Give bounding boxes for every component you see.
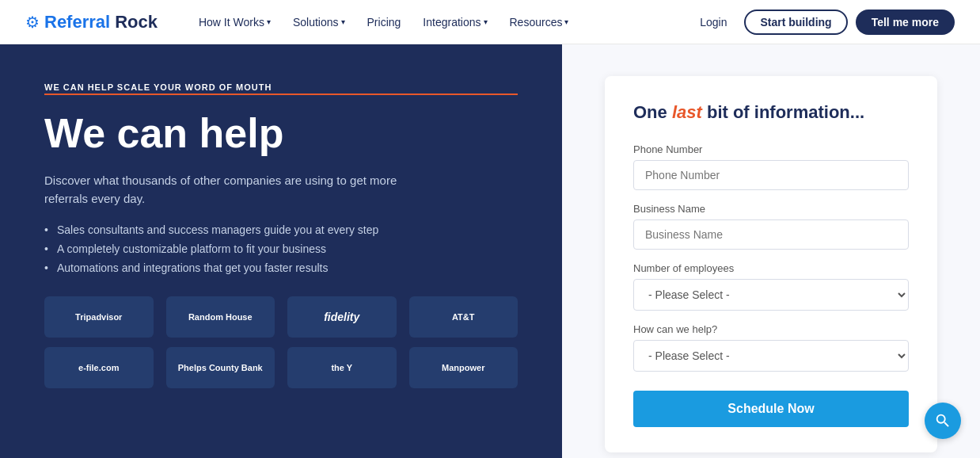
logos-grid: Tripadvisor Random House fidelity AT&T e… [44, 296, 518, 388]
logo-fidelity: fidelity [287, 296, 397, 338]
employees-label: Number of employees [633, 262, 909, 274]
nav-how-it-works[interactable]: How It Works ▾ [189, 10, 280, 35]
nav-solutions[interactable]: Solutions ▾ [283, 10, 355, 35]
overline-text: WE CAN HELP SCALE YOUR WORD OF MOUTH [44, 82, 518, 95]
phone-group: Phone Number [633, 143, 909, 190]
help-select[interactable]: - Please Select - Referral Program Affil… [633, 340, 909, 372]
left-panel: WE CAN HELP SCALE YOUR WORD OF MOUTH We … [0, 44, 562, 458]
phone-input[interactable] [633, 160, 909, 190]
help-label: How can we help? [633, 323, 909, 335]
logo-icon: ⚙ [25, 13, 40, 32]
logo-manpower: Manpower [409, 347, 518, 388]
bullet-item: A completely customizable platform to fi… [44, 242, 518, 255]
logo-att: AT&T [409, 296, 518, 338]
logo-pcb: Phelps County Bank [166, 347, 275, 388]
right-panel: One last bit of information... Phone Num… [562, 44, 980, 458]
hero-desc: Discover what thousands of other compani… [44, 172, 440, 208]
bullet-item: Automations and integrations that get yo… [44, 261, 518, 274]
bullet-list: Sales consultants and success managers g… [44, 223, 518, 274]
search-icon [934, 412, 952, 429]
hero-title: We can help [44, 111, 518, 156]
tell-me-more-button[interactable]: Tell me more [856, 10, 955, 35]
phone-label: Phone Number [633, 143, 909, 155]
logo-efile: e-file.com [44, 347, 154, 388]
logo-rock: Rock [115, 12, 158, 32]
chevron-down-icon: ▾ [341, 17, 345, 26]
form-heading: One last bit of information... [633, 101, 909, 124]
business-label: Business Name [633, 203, 909, 215]
chevron-down-icon: ▾ [564, 17, 568, 26]
employees-group: Number of employees - Please Select - 1-… [633, 262, 909, 311]
login-button[interactable]: Login [690, 11, 736, 33]
help-group: How can we help? - Please Select - Refer… [633, 323, 909, 372]
schedule-button[interactable]: Schedule Now [633, 391, 909, 427]
form-card: One last bit of information... Phone Num… [605, 76, 937, 452]
bullet-item: Sales consultants and success managers g… [44, 223, 518, 236]
business-input[interactable] [633, 219, 909, 250]
chevron-down-icon: ▾ [267, 17, 271, 26]
nav-actions: Login Start building Tell me more [690, 10, 955, 35]
navbar: ⚙ ReferralRock How It Works ▾ Solutions … [0, 0, 980, 44]
nav-resources[interactable]: Resources ▾ [500, 10, 579, 35]
start-building-button[interactable]: Start building [744, 10, 847, 35]
nav-integrations[interactable]: Integrations ▾ [413, 10, 496, 35]
search-bubble[interactable] [925, 403, 961, 439]
logo[interactable]: ⚙ ReferralRock [25, 12, 158, 32]
chevron-down-icon: ▾ [484, 17, 488, 26]
employees-select[interactable]: - Please Select - 1-10 11-50 51-200 201-… [633, 279, 909, 311]
main-layout: WE CAN HELP SCALE YOUR WORD OF MOUTH We … [0, 44, 980, 458]
logo-referral: Referral [44, 12, 110, 32]
nav-pricing[interactable]: Pricing [358, 10, 411, 35]
logo-ymca: the Y [287, 347, 397, 388]
logo-tripadvisor: Tripadvisor [44, 296, 154, 338]
logo-random-house: Random House [166, 296, 275, 338]
nav-links: How It Works ▾ Solutions ▾ Pricing Integ… [189, 10, 690, 35]
business-group: Business Name [633, 203, 909, 250]
